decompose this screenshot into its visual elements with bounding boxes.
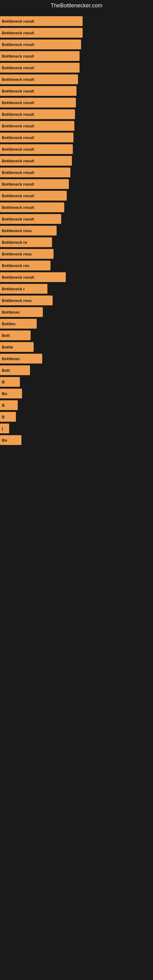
bar-label-3: Bottleneck result [2,54,34,59]
bar-label-24: Bottleneck resu [2,298,32,303]
bar-label-11: Bottleneck result [2,147,34,151]
bar-label-17: Bottleneck result [2,217,34,221]
bar-label-29: Bottlenec [2,356,20,361]
bar-11: Bottleneck result [0,144,73,154]
bar-row: B [0,400,153,410]
bar-row: B [0,377,153,387]
bar-30: Bott [0,365,30,375]
bar-label-1: Bottleneck result [2,30,34,35]
bar-label-19: Bottleneck re [2,240,27,245]
bar-9: Bottleneck result [0,121,74,131]
bar-row: Bottle [0,342,153,352]
bar-15: Bottleneck result [0,191,67,200]
bar-row: | [0,423,153,433]
bar-18: Bottleneck resu [0,226,57,235]
bar-row: Bottleneck resu [0,249,153,259]
bar-label-22: Bottleneck result [2,275,34,280]
bar-33: B [0,400,18,410]
bar-label-2: Bottleneck result [2,42,34,47]
bar-row: Bottlen [0,319,153,329]
bar-label-33: B [2,403,5,407]
bar-1: Bottleneck result [0,28,83,38]
bar-5: Bottleneck result [0,75,78,84]
bar-19: Bottleneck re [0,237,52,247]
bar-row: Bottleneck resu [0,296,153,305]
bar-row: Bottleneck result [0,214,153,224]
bar-23: Bottleneck r [0,284,48,294]
bar-row: Bottleneck res [0,261,153,270]
bar-label-14: Bottleneck result [2,182,34,186]
bar-row: Bottleneck result [0,63,153,73]
bar-24: Bottleneck resu [0,296,53,305]
bar-row: Bottleneck result [0,75,153,84]
bar-label-18: Bottleneck resu [2,229,32,233]
bar-row: Bottlenec [0,354,153,364]
bar-row: Bottleneck result [0,191,153,200]
bar-14: Bottleneck result [0,179,69,189]
bar-row: Bottleneck resu [0,226,153,235]
bar-label-25: Bottlenec [2,310,20,315]
bar-10: Bottleneck result [0,133,73,142]
bar-row: Bottleneck result [0,272,153,282]
bar-row: Bottleneck result [0,133,153,142]
bar-27: Bott [0,331,30,340]
bar-row: Bottleneck result [0,109,153,119]
bar-row: Bo [0,435,153,445]
bar-label-9: Bottleneck result [2,124,34,128]
bar-label-36: Bo [2,438,7,442]
bar-21: Bottleneck res [0,261,51,270]
bar-label-12: Bottleneck result [2,159,34,163]
bar-34: B [0,412,16,422]
bar-7: Bottleneck result [0,98,76,108]
bar-row: Bottleneck result [0,156,153,166]
bar-label-20: Bottleneck resu [2,252,32,256]
bar-8: Bottleneck result [0,109,75,119]
bar-row: Bottleneck re [0,237,153,247]
bar-label-27: Bott [2,333,10,338]
bar-16: Bottleneck result [0,202,64,212]
bar-25: Bottlenec [0,307,43,317]
bar-35: | [0,423,9,433]
bar-label-28: Bottle [2,345,13,350]
bar-row: Bottleneck result [0,98,153,108]
bar-3: Bottleneck result [0,51,80,61]
bar-2: Bottleneck result [0,40,81,49]
bar-row: Bott [0,331,153,340]
bar-row: Bottleneck result [0,16,153,26]
bar-32: Bo [0,389,22,398]
bar-12: Bottleneck result [0,156,72,166]
bar-28: Bottle [0,342,33,352]
bar-row: Bottlenec [0,307,153,317]
bar-label-5: Bottleneck result [2,77,34,82]
bar-label-30: Bott [2,368,10,373]
bar-row: Bottleneck result [0,121,153,131]
bar-13: Bottleneck result [0,167,70,177]
bar-row: Bottleneck result [0,202,153,212]
bar-36: Bo [0,435,21,445]
bar-20: Bottleneck resu [0,249,54,259]
bar-17: Bottleneck result [0,214,61,224]
bar-label-8: Bottleneck result [2,112,34,117]
bar-label-6: Bottleneck result [2,89,34,94]
bar-label-15: Bottleneck result [2,194,34,198]
bar-0: Bottleneck result [0,16,83,26]
bar-29: Bottlenec [0,354,42,364]
bar-label-13: Bottleneck result [2,170,34,175]
bar-label-31: B [2,380,5,384]
bar-label-23: Bottleneck r [2,286,25,291]
bar-label-16: Bottleneck result [2,205,34,210]
bar-row: Bottleneck result [0,40,153,49]
site-title: TheBottlenecker.com [0,0,153,11]
bar-label-34: B [2,415,5,419]
bar-row: Bott [0,365,153,375]
bar-label-0: Bottleneck result [2,19,34,24]
bar-row: Bottleneck result [0,51,153,61]
bars-container: Bottleneck resultBottleneck resultBottle… [0,11,153,450]
bar-row: Bottleneck result [0,167,153,177]
bar-row: Bottleneck result [0,179,153,189]
bar-row: Bo [0,389,153,398]
bar-label-26: Bottlen [2,321,16,326]
bar-row: Bottleneck result [0,144,153,154]
bar-row: Bottleneck r [0,284,153,294]
bar-row: Bottleneck result [0,28,153,38]
